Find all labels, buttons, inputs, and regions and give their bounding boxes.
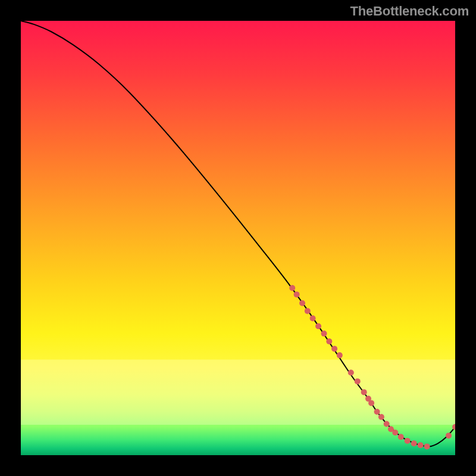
marker-dot [384,421,390,427]
marker-dot [315,323,321,329]
marker-dot [310,315,316,321]
marker-dot [289,285,295,291]
marker-dot [411,440,417,446]
marker-dot [374,409,380,415]
marker-dot [348,369,354,375]
marker-dot [355,378,361,384]
marker-dot [398,434,404,440]
marker-dot [326,339,332,345]
chart-svg [21,21,455,455]
marker-dot [405,438,411,444]
marker-dot [331,346,337,352]
attribution-watermark: TheBottleneck.com [350,4,469,19]
marker-dot [294,292,300,298]
chart-container: TheBottleneck.com [0,0,476,476]
marker-dot [337,352,343,358]
marker-dot [446,433,452,439]
good-zone-band [21,359,455,425]
plot-area [21,21,455,455]
marker-dot [305,308,311,314]
marker-dot [424,443,430,449]
marker-dot [368,400,374,406]
marker-dot [361,389,367,395]
marker-dot [392,430,398,436]
marker-dot [378,414,384,420]
marker-dot [299,300,305,306]
marker-dot [321,331,327,337]
marker-dot [418,442,424,448]
